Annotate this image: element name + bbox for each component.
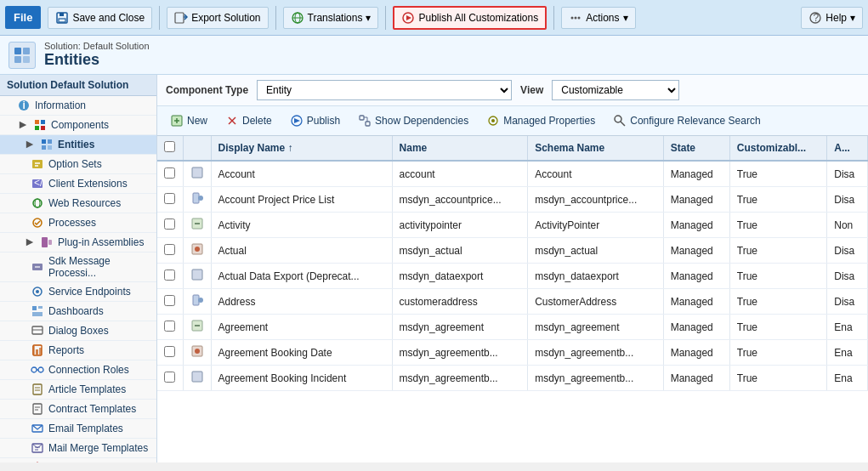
translations-button[interactable]: Translations ▾	[283, 7, 379, 29]
sidebar-item-article-templates[interactable]: Article Templates	[0, 380, 156, 400]
row-checkbox-cell[interactable]	[157, 161, 183, 187]
sidebar-item-connection-roles[interactable]: Connection Roles	[0, 360, 156, 380]
svg-rect-41	[48, 240, 52, 245]
row-checkbox[interactable]	[164, 270, 175, 281]
row-checkbox[interactable]	[164, 295, 175, 306]
svg-text:i: i	[23, 99, 26, 111]
sidebar-item-reports[interactable]: Reports	[0, 341, 156, 360]
sidebar-item-option-sets[interactable]: Option Sets	[0, 155, 156, 174]
actions-icon	[569, 11, 582, 25]
row-checkbox[interactable]	[164, 346, 175, 357]
row-checkbox[interactable]	[164, 218, 175, 230]
sidebar-item-service-endpoints[interactable]: Service Endpoints	[0, 282, 156, 302]
table-row[interactable]: Agreement Booking Date msdyn_agreementb.…	[157, 340, 868, 366]
sidebar-item-web-resources[interactable]: Web Resources	[0, 194, 156, 213]
plugin-icon	[40, 236, 54, 249]
row-display-name[interactable]: Address	[211, 289, 392, 315]
sidebar-item-dialog-boxes[interactable]: Dialog Boxes	[0, 321, 156, 341]
row-checkbox-cell[interactable]	[157, 289, 183, 315]
sidebar-item-mail-merge[interactable]: Mail Merge Templates	[0, 439, 156, 458]
new-button[interactable]: New	[162, 110, 215, 132]
sidebar-item-information[interactable]: i Information	[0, 96, 156, 116]
row-checkbox[interactable]	[164, 244, 175, 255]
export-icon	[174, 11, 188, 25]
export-solution-button[interactable]: Export Solution	[167, 7, 268, 29]
row-display-name[interactable]: Agreement Booking Date	[211, 340, 392, 366]
sidebar-item-processes[interactable]: Processes	[0, 213, 156, 233]
row-display-name[interactable]: Activity	[211, 213, 392, 238]
table-row[interactable]: Account account Account Managed True Dis…	[157, 161, 868, 187]
name-header[interactable]: Name	[392, 136, 528, 161]
sidebar-item-contract-templates[interactable]: Contract Templates	[0, 400, 156, 419]
managed-properties-button[interactable]: Managed Properties	[479, 110, 603, 132]
publish-button[interactable]: Publish	[282, 110, 348, 132]
mail-merge-icon	[31, 441, 44, 455]
select-all-checkbox[interactable]	[164, 141, 175, 152]
row-checkbox-cell[interactable]	[157, 213, 183, 238]
sidebar-item-entities[interactable]: Entities	[0, 135, 156, 155]
row-display-name[interactable]: Account	[211, 161, 392, 187]
delete-button[interactable]: Delete	[218, 110, 280, 132]
help-button[interactable]: ? Help ▾	[801, 7, 863, 29]
file-button[interactable]: File	[5, 6, 41, 29]
row-checkbox[interactable]	[164, 372, 175, 383]
main-layout: Solution Default Solution i Information …	[0, 75, 868, 462]
row-display-name[interactable]: Account Project Price List	[211, 187, 392, 213]
row-display-name[interactable]: Actual Data Export (Deprecat...	[211, 264, 392, 289]
table-row[interactable]: Address customeraddress CustomerAddress …	[157, 289, 868, 315]
row-display-name[interactable]: Agreement	[211, 315, 392, 340]
configure-relevance-button[interactable]: Configure Relevance Search	[605, 110, 768, 132]
row-display-name[interactable]: Actual	[211, 238, 392, 264]
actions-button[interactable]: Actions ▾	[561, 7, 635, 29]
svg-rect-53	[36, 349, 38, 355]
row-entity-icon	[190, 242, 204, 256]
svg-point-37	[35, 199, 40, 207]
svg-marker-26	[26, 141, 33, 148]
row-customizable: True	[729, 264, 826, 289]
view-select[interactable]: Customizable	[552, 80, 679, 100]
svg-point-100	[198, 196, 203, 201]
sidebar-item-plugin-assemblies[interactable]: Plug-in Assemblies	[0, 233, 156, 253]
row-checkbox-cell[interactable]	[157, 315, 183, 340]
select-all-header[interactable]	[157, 136, 183, 161]
save-close-button[interactable]: Save and Close	[48, 7, 152, 29]
sidebar-item-components[interactable]: Components	[0, 116, 156, 135]
display-name-header[interactable]: Display Name ↑	[211, 136, 392, 161]
row-checkbox[interactable]	[164, 167, 175, 179]
auto-header[interactable]: A...	[827, 136, 868, 161]
sidebar-item-label: Dialog Boxes	[48, 325, 109, 337]
sidebar-item-email-templates[interactable]: Email Templates	[0, 419, 156, 439]
table-row[interactable]: Actual msdyn_actual msdyn_actual Managed…	[157, 238, 868, 264]
sidebar-item-dashboards[interactable]: Dashboards	[0, 302, 156, 321]
sidebar-item-sdk[interactable]: Sdk Message Processi...	[0, 253, 156, 282]
table-row[interactable]: Account Project Price List msdyn_account…	[157, 187, 868, 213]
row-entity-icon	[190, 191, 204, 205]
publish-all-button[interactable]: Publish All Customizations	[393, 6, 547, 30]
customizable-header[interactable]: Customizabl...	[729, 136, 826, 161]
table-row[interactable]: Activity activitypointer ActivityPointer…	[157, 213, 868, 238]
schema-name-header[interactable]: Schema Name	[528, 136, 664, 161]
row-checkbox[interactable]	[164, 321, 175, 332]
component-type-select[interactable]: Entity	[257, 80, 512, 100]
table-row[interactable]: Agreement msdyn_agreement msdyn_agreemen…	[157, 315, 868, 340]
expand-icon-plugin	[24, 236, 36, 248]
svg-rect-47	[38, 306, 43, 309]
row-display-name[interactable]: Agreement Booking Incident	[211, 366, 392, 391]
table-row[interactable]: Actual Data Export (Deprecat... msdyn_da…	[157, 264, 868, 289]
managed-props-icon	[486, 114, 500, 128]
row-checkbox-cell[interactable]	[157, 264, 183, 289]
row-icon-cell	[183, 238, 211, 264]
row-checkbox-cell[interactable]	[157, 238, 183, 264]
show-dependencies-button[interactable]: Show Dependencies	[350, 110, 476, 132]
sidebar-item-security-roles[interactable]: Security Roles	[0, 458, 156, 462]
sidebar-item-label: Connection Roles	[48, 364, 129, 376]
sidebar-item-label: Sdk Message Processi...	[48, 255, 150, 279]
sidebar-item-client-extensions[interactable]: </> Client Extensions	[0, 174, 156, 194]
row-checkbox-cell[interactable]	[157, 340, 183, 366]
row-checkbox[interactable]	[164, 193, 175, 204]
state-header[interactable]: State	[663, 136, 729, 161]
table-row[interactable]: Agreement Booking Incident msdyn_agreeme…	[157, 366, 868, 391]
row-checkbox-cell[interactable]	[157, 366, 183, 391]
delete-label: Delete	[242, 115, 272, 127]
row-checkbox-cell[interactable]	[157, 187, 183, 213]
